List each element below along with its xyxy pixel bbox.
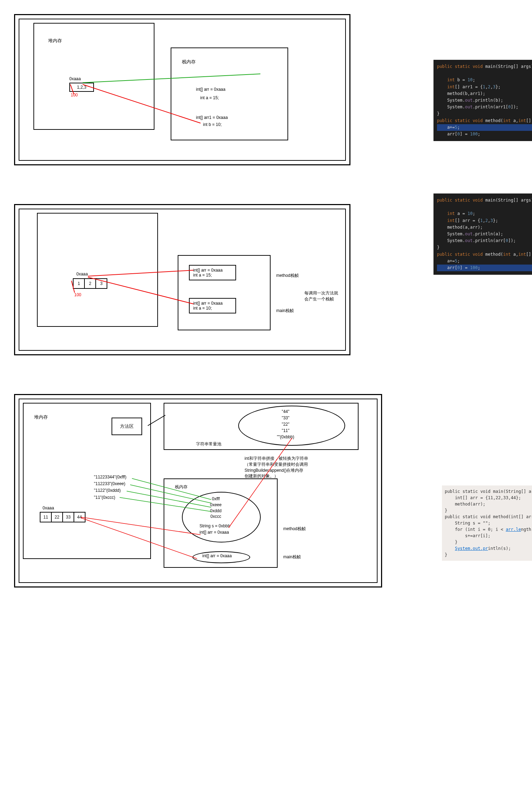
code-block-3: public static void main(String[] args) {… (442, 485, 532, 561)
code-block-1: public static void main(String[] args) {… (433, 60, 532, 141)
main-a-2: int a = 10; (193, 306, 232, 311)
cell3-0: 11 (40, 512, 52, 522)
pool-label: 字符串常量池 (196, 441, 221, 447)
method-refs: 0xfff 0xeee 0xddd 0xccc (210, 496, 222, 520)
method-frame-label-3: method栈帧 (283, 526, 306, 532)
heap-array: 1,2,3 (69, 83, 94, 92)
cell-0: 1 (73, 278, 85, 289)
method-area: 方法区 (112, 418, 142, 435)
heap-cells-3: 11 22 33 44 (40, 512, 86, 522)
method-frame-2: int[] arr = 0xaaa int a = 15; (189, 265, 236, 280)
note-2: 每调用一次方法就 会产生一个栈帧 (304, 290, 338, 302)
stack-label: 栈内存 (182, 59, 196, 65)
method-arr3: int[] arr = 0xaaa (200, 530, 229, 535)
method-a: int a = 15; (200, 95, 219, 100)
string-pool-box: 字符串常量池 "44" "33" "22" "11" ""(0xbbb) (164, 403, 359, 450)
heap-overwrite: 100 (71, 93, 78, 97)
note-3: int和字符串拼接，被转换为字符串 （常量字符串和变量拼接时会调用 String… (245, 456, 308, 479)
method-arr-2: int[] arr = 0xaaa (193, 268, 232, 273)
method-frame-label-2: method栈帧 (276, 273, 299, 279)
heap-box: 堆内存 0xaaa 1,2,3 100 (33, 23, 154, 130)
main-arr3: int[] arr = 0xaaa (202, 553, 232, 558)
heap-strings: "11223344"(0xfff) "112233"(0xeee) "1122"… (94, 474, 126, 501)
heap-overwrite-2: 100 (74, 292, 81, 297)
main-frame-2: int[] arr = 0xaaa int a = 10; (189, 298, 236, 313)
heap-label-3: 堆内存 (34, 414, 48, 420)
diagram-3: 堆内存 方法区 "11223344"(0xfff) "112233"(0xeee… (14, 394, 518, 591)
stack-box-3: 栈内存 0xfff 0xeee 0xddd 0xccc String s = 0… (164, 478, 278, 568)
diagram-1: 堆内存 0xaaa 1,2,3 100 栈内存 int[] arr = 0xaa… (14, 14, 518, 176)
heap-addr-2: 0xaaa (76, 272, 88, 277)
main-frame-label-3: main栈帧 (283, 554, 301, 560)
cell3-1: 22 (51, 512, 63, 522)
cell-2: 3 (95, 278, 107, 289)
method-a-2: int a = 15; (193, 273, 232, 278)
heap-label: 堆内存 (48, 38, 62, 44)
cell3-2: 33 (62, 512, 74, 522)
heap-cells-2: 1 2 3 (73, 278, 107, 289)
pool-strings: "44" "33" "22" "11" ""(0xbbb) (277, 408, 294, 440)
cell3-3: 44 (74, 512, 86, 522)
heap-addr-3: 0xaaa (43, 506, 54, 510)
cell-1: 2 (84, 278, 96, 289)
method-s: String s = 0xbbb (200, 523, 230, 528)
heap-box-2: 0xaaa 1 2 3 100 (37, 213, 158, 327)
heap-addr: 0xaaa (69, 76, 81, 81)
main-frame-label-2: main栈帧 (276, 308, 294, 314)
stack-label-3: 栈内存 (175, 484, 188, 490)
diagram-2: 0xaaa 1 2 3 100 int[] arr = 0xaaa int a … (14, 204, 518, 366)
main-arr: int[] arr1 = 0xaaa (196, 115, 228, 120)
heap-box-3: 堆内存 方法区 "11223344"(0xfff) "112233"(0xeee… (23, 403, 151, 559)
main-b: int b = 10; (203, 122, 222, 127)
code-block-2: public static void main(String[] args) {… (433, 193, 532, 275)
stack-box: 栈内存 int[] arr = 0xaaa int a = 15; int[] … (171, 47, 288, 140)
main-arr-2: int[] arr = 0xaaa (193, 301, 232, 306)
stack-box-2: int[] arr = 0xaaa int a = 15; int[] arr … (178, 255, 271, 330)
method-arr: int[] arr = 0xaaa (196, 87, 226, 92)
